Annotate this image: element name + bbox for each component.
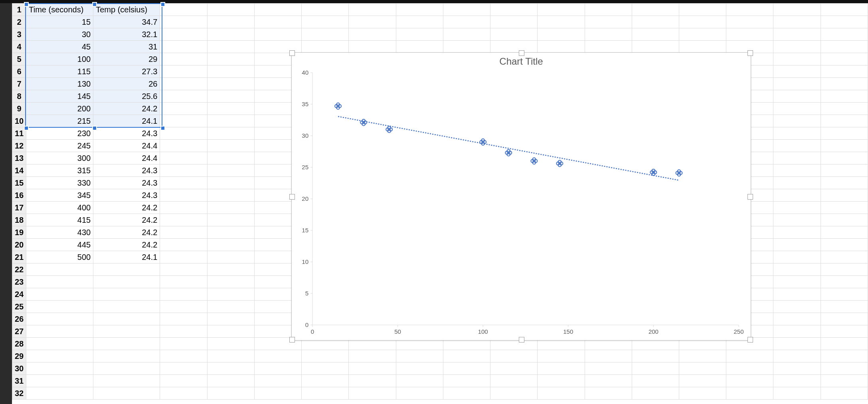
cell-b[interactable]: 24.2: [93, 103, 160, 115]
empty-cell[interactable]: [632, 16, 679, 28]
row-header[interactable]: 28: [12, 338, 26, 350]
empty-cell[interactable]: [773, 115, 821, 127]
empty-cell[interactable]: [538, 4, 585, 16]
empty-cell[interactable]: [160, 140, 207, 152]
cell-a[interactable]: [26, 350, 93, 362]
empty-cell[interactable]: [160, 214, 207, 226]
empty-cell[interactable]: [349, 375, 396, 387]
cell-b[interactable]: 24.1: [93, 115, 160, 127]
empty-cell[interactable]: [585, 4, 632, 16]
row-header[interactable]: 30: [12, 362, 26, 375]
cell-a[interactable]: 230: [26, 127, 93, 140]
empty-cell[interactable]: [679, 4, 726, 16]
cell-b[interactable]: [93, 276, 160, 288]
empty-cell[interactable]: [773, 362, 821, 375]
empty-cell[interactable]: [773, 78, 821, 90]
cell-a[interactable]: 45: [26, 41, 93, 53]
row-header[interactable]: 29: [12, 350, 26, 362]
empty-cell[interactable]: [773, 41, 821, 53]
empty-cell[interactable]: [443, 362, 490, 375]
empty-cell[interactable]: [207, 115, 254, 127]
spreadsheet-grid[interactable]: 1Time (seconds)Temp (celsius)21534.73303…: [12, 3, 868, 404]
empty-cell[interactable]: [160, 65, 207, 78]
cell-a[interactable]: 15: [26, 16, 93, 28]
cell-a[interactable]: 145: [26, 90, 93, 103]
resize-handle-sw[interactable]: [289, 337, 295, 343]
empty-cell[interactable]: [773, 288, 821, 301]
empty-cell[interactable]: [773, 202, 821, 214]
empty-cell[interactable]: [160, 152, 207, 164]
resize-handle-ne[interactable]: [747, 50, 753, 56]
empty-cell[interactable]: [773, 53, 821, 65]
empty-cell[interactable]: [679, 16, 726, 28]
row-header[interactable]: 10: [12, 115, 26, 127]
empty-cell[interactable]: [679, 41, 726, 53]
empty-cell[interactable]: [821, 4, 868, 16]
empty-cell[interactable]: [160, 16, 207, 28]
empty-cell[interactable]: [160, 350, 207, 362]
empty-cell[interactable]: [821, 152, 868, 164]
empty-cell[interactable]: [443, 375, 490, 387]
empty-cell[interactable]: [443, 41, 490, 53]
empty-cell[interactable]: [207, 251, 254, 263]
cell-b[interactable]: 24.3: [93, 177, 160, 189]
cell-a[interactable]: 500: [26, 251, 93, 263]
empty-cell[interactable]: [821, 325, 868, 338]
empty-cell[interactable]: [349, 362, 396, 375]
empty-cell[interactable]: [160, 41, 207, 53]
empty-cell[interactable]: [396, 350, 443, 362]
empty-cell[interactable]: [773, 226, 821, 239]
row-header[interactable]: 12: [12, 140, 26, 152]
row-header[interactable]: 25: [12, 301, 26, 313]
cell-a[interactable]: 200: [26, 103, 93, 115]
cell-b[interactable]: [93, 263, 160, 276]
cell-a[interactable]: [26, 362, 93, 375]
empty-cell[interactable]: [821, 350, 868, 362]
cell-a[interactable]: 115: [26, 65, 93, 78]
empty-cell[interactable]: [821, 103, 868, 115]
cell-a[interactable]: [26, 325, 93, 338]
row-header[interactable]: 15: [12, 177, 26, 189]
cell-a[interactable]: [26, 375, 93, 387]
cell-a[interactable]: [26, 338, 93, 350]
cell-a[interactable]: [26, 387, 93, 400]
empty-cell[interactable]: [349, 350, 396, 362]
empty-cell[interactable]: [538, 387, 585, 400]
row-header[interactable]: 20: [12, 239, 26, 251]
empty-cell[interactable]: [396, 16, 443, 28]
empty-cell[interactable]: [773, 375, 821, 387]
row-header[interactable]: 2: [12, 16, 26, 28]
empty-cell[interactable]: [160, 288, 207, 301]
row-header[interactable]: 16: [12, 189, 26, 202]
empty-cell[interactable]: [160, 239, 207, 251]
cell-b[interactable]: [93, 288, 160, 301]
empty-cell[interactable]: [254, 375, 301, 387]
cell-b[interactable]: [93, 375, 160, 387]
empty-cell[interactable]: [538, 16, 585, 28]
empty-cell[interactable]: [160, 375, 207, 387]
empty-cell[interactable]: [773, 301, 821, 313]
empty-cell[interactable]: [302, 387, 349, 400]
cell-a[interactable]: [26, 301, 93, 313]
empty-cell[interactable]: [821, 177, 868, 189]
empty-cell[interactable]: [538, 41, 585, 53]
cell-a[interactable]: 430: [26, 226, 93, 239]
empty-cell[interactable]: [160, 164, 207, 177]
empty-cell[interactable]: [585, 350, 632, 362]
empty-cell[interactable]: [821, 226, 868, 239]
empty-cell[interactable]: [726, 362, 773, 375]
row-header[interactable]: 4: [12, 41, 26, 53]
cell-b[interactable]: 24.3: [93, 127, 160, 140]
empty-cell[interactable]: [160, 362, 207, 375]
empty-cell[interactable]: [821, 263, 868, 276]
empty-cell[interactable]: [207, 65, 254, 78]
empty-cell[interactable]: [160, 338, 207, 350]
row-header[interactable]: 13: [12, 152, 26, 164]
empty-cell[interactable]: [632, 375, 679, 387]
empty-cell[interactable]: [207, 189, 254, 202]
cell-a[interactable]: [26, 276, 93, 288]
cell-a[interactable]: 345: [26, 189, 93, 202]
empty-cell[interactable]: [490, 362, 538, 375]
empty-cell[interactable]: [160, 90, 207, 103]
empty-cell[interactable]: [207, 28, 254, 41]
